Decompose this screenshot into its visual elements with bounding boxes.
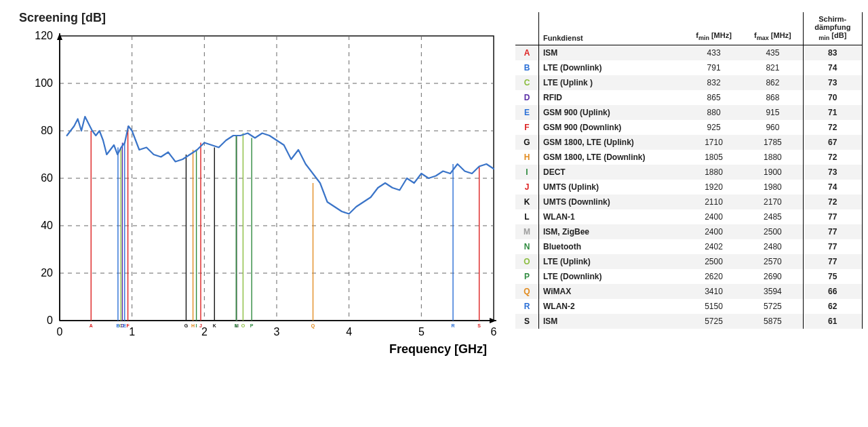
table-row: HGSM 1800, LTE (Downlink)1805188072 <box>515 150 863 165</box>
row-att: 83 <box>803 45 862 61</box>
row-name: RFID <box>539 90 685 105</box>
row-fmin: 5725 <box>685 314 743 329</box>
row-fmax: 2480 <box>743 239 803 254</box>
svg-text:F: F <box>126 323 130 328</box>
row-fmax: 1980 <box>743 180 803 195</box>
table-row: NBluetooth2402248077 <box>515 239 863 254</box>
row-fmin: 1920 <box>685 180 743 195</box>
svg-text:60: 60 <box>41 172 53 184</box>
row-att: 66 <box>803 284 862 299</box>
row-letter: N <box>515 239 539 254</box>
row-letter: E <box>515 105 539 120</box>
row-name: DECT <box>539 165 685 180</box>
row-name: LTE (Uplink) <box>539 254 685 269</box>
row-letter: K <box>515 195 539 209</box>
chart-panel: Screening [dB] 0123456020406080100120Fre… <box>0 0 515 427</box>
row-att: 77 <box>803 254 862 269</box>
table-row: OLTE (Uplink)2500257077 <box>515 254 863 269</box>
table-panel: Funkdienst fmin [MHz] fmax [MHz] Schirm-… <box>515 0 868 427</box>
row-fmax: 2485 <box>743 209 803 224</box>
row-fmax: 1900 <box>743 165 803 180</box>
table-row: GGSM 1800, LTE (Uplink)1710178567 <box>515 135 863 150</box>
row-name: GSM 900 (Downlink) <box>539 120 685 135</box>
row-letter: R <box>515 299 539 314</box>
row-fmin: 433 <box>685 45 743 61</box>
table-row: EGSM 900 (Uplink)88091571 <box>515 105 863 120</box>
row-letter: G <box>515 135 539 150</box>
row-fmin: 925 <box>685 120 743 135</box>
table-row: LWLAN-12400248577 <box>515 209 863 224</box>
table-row: KUMTS (Downlink)2110217072 <box>515 195 863 209</box>
table-row: SISM5725587561 <box>515 314 863 329</box>
th-attenuation: Schirm-dämpfungmin [dB] <box>803 12 862 45</box>
svg-text:J: J <box>199 323 202 328</box>
row-fmin: 2110 <box>685 195 743 209</box>
table-row: JUMTS (Uplink)1920198074 <box>515 180 863 195</box>
row-fmax: 2690 <box>743 269 803 284</box>
svg-text:I: I <box>196 323 197 328</box>
row-letter: L <box>515 209 539 224</box>
svg-text:R: R <box>452 323 455 328</box>
svg-text:Q: Q <box>311 323 315 329</box>
svg-text:H: H <box>191 323 195 328</box>
row-fmin: 2400 <box>685 209 743 224</box>
svg-text:40: 40 <box>41 220 53 231</box>
row-name: WiMAX <box>539 284 685 299</box>
table-row: PLTE (Downlink)2620269075 <box>515 269 863 284</box>
row-fmax: 1880 <box>743 150 803 165</box>
row-name: LTE (Downlink) <box>539 60 685 75</box>
row-fmax: 821 <box>743 60 803 75</box>
svg-text:K: K <box>213 323 216 328</box>
row-fmax: 2500 <box>743 224 803 239</box>
row-fmax: 435 <box>743 45 803 61</box>
row-name: GSM 1800, LTE (Downlink) <box>539 150 685 165</box>
table-row: MISM, ZigBee2400250077 <box>515 224 863 239</box>
row-att: 74 <box>803 180 862 195</box>
svg-text:0: 0 <box>57 326 63 338</box>
table-row: RWLAN-25150572562 <box>515 299 863 314</box>
table-row: AISM43343583 <box>515 45 863 61</box>
row-att: 72 <box>803 120 862 135</box>
svg-text:100: 100 <box>35 77 53 89</box>
svg-text:120: 120 <box>35 30 53 41</box>
svg-text:S: S <box>477 323 481 328</box>
row-name: WLAN-2 <box>539 299 685 314</box>
row-att: 72 <box>803 150 862 165</box>
row-letter: F <box>515 120 539 135</box>
row-letter: D <box>515 90 539 105</box>
row-fmax: 5725 <box>743 299 803 314</box>
row-fmin: 832 <box>685 75 743 90</box>
row-name: ISM <box>539 45 685 61</box>
row-name: UMTS (Uplink) <box>539 180 685 195</box>
table-row: BLTE (Downlink)79182174 <box>515 60 863 75</box>
row-att: 73 <box>803 165 862 180</box>
svg-marker-14 <box>57 33 62 40</box>
row-letter: Q <box>515 284 539 299</box>
row-letter: C <box>515 75 539 90</box>
row-fmax: 862 <box>743 75 803 90</box>
svg-text:P: P <box>250 323 254 328</box>
row-fmin: 791 <box>685 60 743 75</box>
row-fmin: 2402 <box>685 239 743 254</box>
row-letter: J <box>515 180 539 195</box>
svg-text:5: 5 <box>418 326 425 338</box>
th-funkdienst: Funkdienst <box>539 12 685 45</box>
row-fmin: 2620 <box>685 269 743 284</box>
row-fmax: 960 <box>743 120 803 135</box>
row-fmax: 915 <box>743 105 803 120</box>
svg-text:A: A <box>90 323 93 328</box>
th-letter <box>515 12 539 45</box>
row-att: 75 <box>803 269 862 284</box>
row-fmin: 5150 <box>685 299 743 314</box>
table-row: DRFID86586870 <box>515 90 863 105</box>
table-row: CLTE (Uplink )83286273 <box>515 75 863 90</box>
screening-chart: 0123456020406080100120Frequency [GHz]ABC… <box>19 29 507 368</box>
row-fmin: 1880 <box>685 165 743 180</box>
row-fmax: 868 <box>743 90 803 105</box>
row-att: 77 <box>803 209 862 224</box>
row-fmin: 2400 <box>685 224 743 239</box>
row-letter: P <box>515 269 539 284</box>
row-name: Bluetooth <box>539 239 685 254</box>
row-name: GSM 1800, LTE (Uplink) <box>539 135 685 150</box>
svg-text:G: G <box>184 323 189 328</box>
